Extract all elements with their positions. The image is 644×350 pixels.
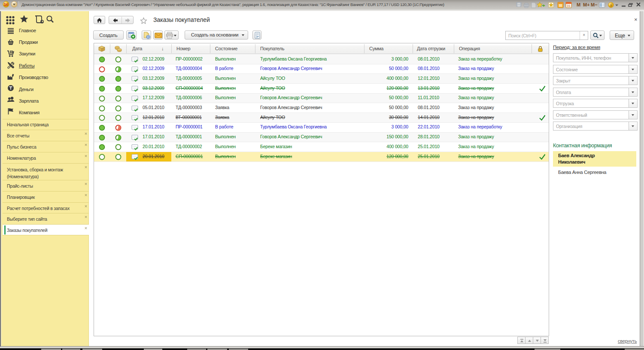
svg-text:M: M xyxy=(577,2,580,7)
svg-text:1с: 1с xyxy=(4,2,8,6)
svg-text:i: i xyxy=(611,3,612,7)
svg-text:31: 31 xyxy=(567,4,571,8)
svg-text:M+: M+ xyxy=(583,2,590,7)
svg-text:M−: M− xyxy=(591,2,598,7)
